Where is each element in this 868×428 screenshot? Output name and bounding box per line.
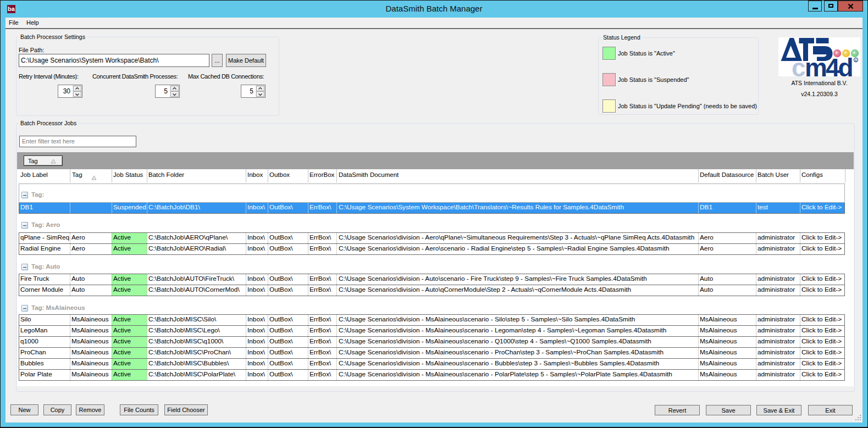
svg-text:R: R <box>855 59 857 62</box>
svg-text:m4d: m4d <box>805 53 852 76</box>
svg-text:c: c <box>792 53 806 76</box>
